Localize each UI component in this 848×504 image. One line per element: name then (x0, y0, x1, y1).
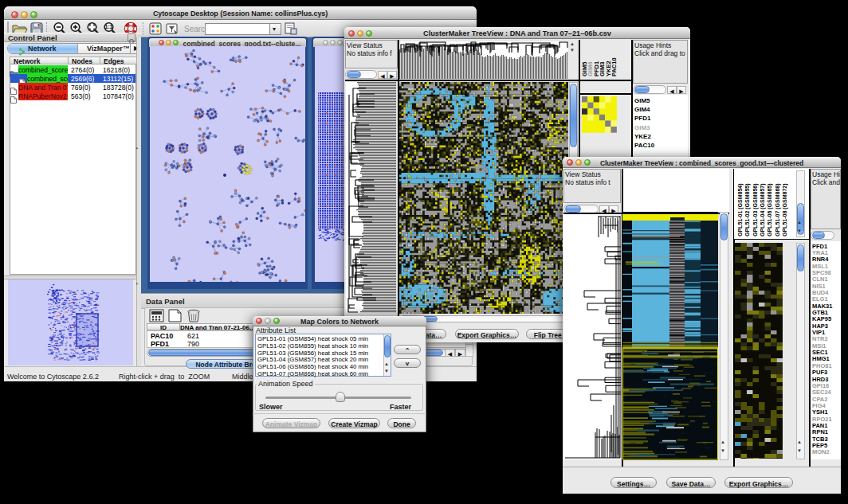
svg-text:1:1: 1:1 (105, 24, 113, 29)
